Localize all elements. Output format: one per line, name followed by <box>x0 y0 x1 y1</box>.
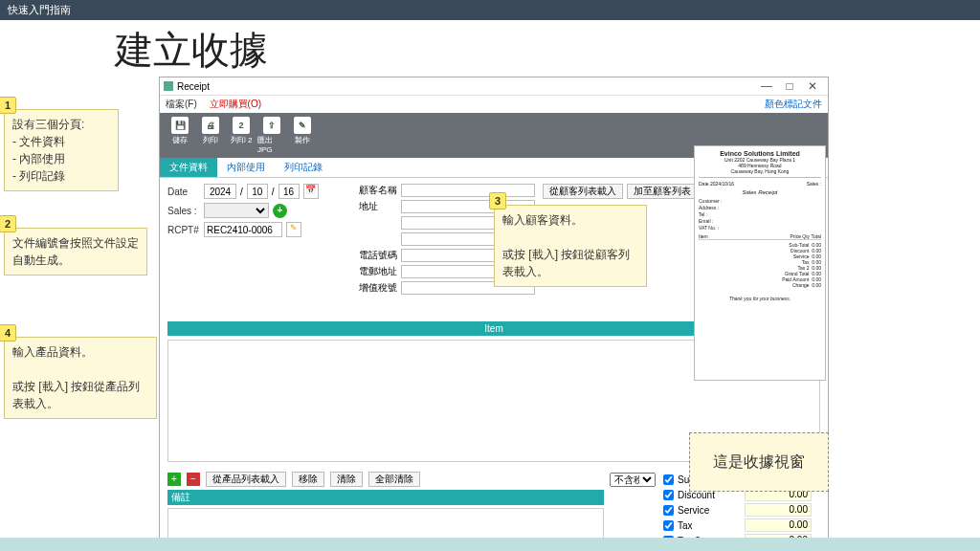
cust-name-label: 顧客名稱 <box>359 184 397 197</box>
callout-num-2: 2 <box>0 215 16 232</box>
callout-num-4: 4 <box>0 324 16 342</box>
vat-label: 增值稅號 <box>359 281 397 295</box>
window-title: Receipt <box>177 81 210 92</box>
year-input[interactable] <box>204 184 236 199</box>
close-button[interactable]: ✕ <box>801 79 824 93</box>
receipt-preview: Evinco Solutions Limited Unit 2202 Cause… <box>694 145 826 381</box>
day-input[interactable] <box>278 184 300 199</box>
preview-email: Email : <box>699 218 821 225</box>
edit-rcpt-button[interactable]: ✎ <box>286 222 301 237</box>
minimize-button[interactable]: — <box>755 79 778 93</box>
color-tag-link[interactable]: 顏色標記文件 <box>765 98 822 111</box>
add-row-button[interactable]: + <box>167 473 181 486</box>
sales-select[interactable] <box>204 203 269 218</box>
print-icon: 🖨 <box>202 117 219 134</box>
date-label: Date <box>167 187 200 197</box>
month-input[interactable] <box>247 184 268 199</box>
remark-header: 備註 <box>167 490 604 505</box>
addr-label: 地址 <box>359 200 397 213</box>
preview-sales: Sales : <box>807 181 821 187</box>
del-row-button[interactable]: − <box>187 473 200 486</box>
phone-label: 電話號碼 <box>359 249 397 262</box>
print2-icon: 2 <box>233 117 250 134</box>
preview-company: Evinco Solutions Limited <box>699 150 821 157</box>
preview-caddr: Address : <box>699 205 821 211</box>
email-label: 電郵地址 <box>359 265 397 278</box>
callout-customer: 3輸入顧客資料。 或按 [載入] 按鈕從顧客列表載入。 <box>494 205 647 287</box>
customer-buttons: 從顧客列表載入 加至顧客列表 <box>543 184 698 199</box>
add-customer-button[interactable]: 加至顧客列表 <box>627 184 698 199</box>
callout-text-4: 輸入產品資料。 或按 [載入] 按鈕從產品列表載入。 <box>12 345 140 410</box>
callout-product: 4輸入產品資料。 或按 [載入] 按鈕從產品列表載入。 <box>4 337 157 419</box>
save-button[interactable]: 💾儲存 <box>166 117 194 154</box>
callout-docno: 2文件編號會按照文件設定自動生成。 <box>4 228 147 276</box>
subtotal-checkbox[interactable] <box>663 474 674 485</box>
load-customer-button[interactable]: 從顧客列表載入 <box>543 184 623 199</box>
tab-internal[interactable]: 內部使用 <box>217 158 275 177</box>
export-icon: ⇪ <box>263 117 280 134</box>
preview-cust: Customer : <box>699 198 821 205</box>
callout-text-5: 這是收據視窗 <box>713 453 805 470</box>
make-icon: ✎ <box>294 117 311 134</box>
preview-vat: VAT No. : <box>699 225 821 231</box>
service-label: Service <box>678 505 741 516</box>
tax-value: 0.00 <box>745 518 812 532</box>
clear-button[interactable]: 清除 <box>330 472 363 487</box>
preview-thank: Thank you for your business. <box>699 296 821 301</box>
page-title: 建立收據 <box>0 20 980 84</box>
app-icon <box>164 81 173 91</box>
callout-tabs: 1設有三個分頁: - 文件資料 - 內部使用 - 列印記錄 <box>4 109 119 191</box>
remove-button[interactable]: 移除 <box>292 472 324 487</box>
tax-label: Tax <box>678 520 741 531</box>
callout-text-2: 文件編號會按照文件設定自動生成。 <box>12 236 139 267</box>
calendar-button[interactable]: 📅 <box>303 184 319 199</box>
export-jpg-button[interactable]: ⇪匯出 JPG <box>257 117 286 154</box>
preview-date: Date 2024/10/16 <box>699 181 734 187</box>
callout-text-3: 輸入顧客資料。 或按 [載入] 按鈕從顧客列表載入。 <box>502 213 630 278</box>
discount-checkbox[interactable] <box>663 490 674 500</box>
service-value: 0.00 <box>745 503 812 517</box>
rcpt-input[interactable] <box>204 222 282 237</box>
callout-num-1: 1 <box>0 97 16 114</box>
callout-num-3: 3 <box>489 192 506 209</box>
rcpt-label: RCPT# <box>167 225 200 235</box>
tab-printlog[interactable]: 列印記錄 <box>275 158 332 177</box>
add-sales-button[interactable]: + <box>273 204 287 218</box>
maximize-button[interactable]: □ <box>778 79 801 93</box>
print2-button[interactable]: 2列印 2 <box>227 117 256 154</box>
footer-band <box>0 538 980 551</box>
preview-tel: Tel : <box>699 211 821 218</box>
service-checkbox[interactable] <box>663 505 674 516</box>
callout-preview: 這是收據視窗 <box>689 432 829 492</box>
load-product-button[interactable]: 從產品列表載入 <box>206 472 286 487</box>
tax-mode-select[interactable]: 不含稅 <box>610 473 656 487</box>
print-button[interactable]: 🖨列印 <box>196 117 225 154</box>
make-button[interactable]: ✎製作 <box>288 117 317 154</box>
menu-file[interactable]: 檔案(F) <box>166 99 197 109</box>
clear-all-button[interactable]: 全部清除 <box>368 472 420 487</box>
cust-name-input[interactable] <box>401 184 535 197</box>
menu-bar: 檔案(F) 立即購買(O) 顏色標記文件 <box>160 96 828 113</box>
tab-document[interactable]: 文件資料 <box>160 158 217 177</box>
item-action-buttons: + − 從產品列表載入 移除 清除 全部清除 <box>167 472 604 487</box>
title-bar: Receipt — □ ✕ <box>160 77 828 96</box>
preview-title: Sales Receipt <box>699 189 821 195</box>
menu-buy-now[interactable]: 立即購買(O) <box>210 99 261 109</box>
tax-checkbox[interactable] <box>663 520 674 531</box>
callout-text-1: 設有三個分頁: - 文件資料 - 內部使用 - 列印記錄 <box>12 118 84 183</box>
save-icon: 💾 <box>171 117 189 134</box>
sales-label: Sales : <box>167 206 200 216</box>
preview-addr3: Causeway Bay, Hong Kong <box>699 168 821 174</box>
guide-header: 快速入門指南 <box>0 0 980 20</box>
